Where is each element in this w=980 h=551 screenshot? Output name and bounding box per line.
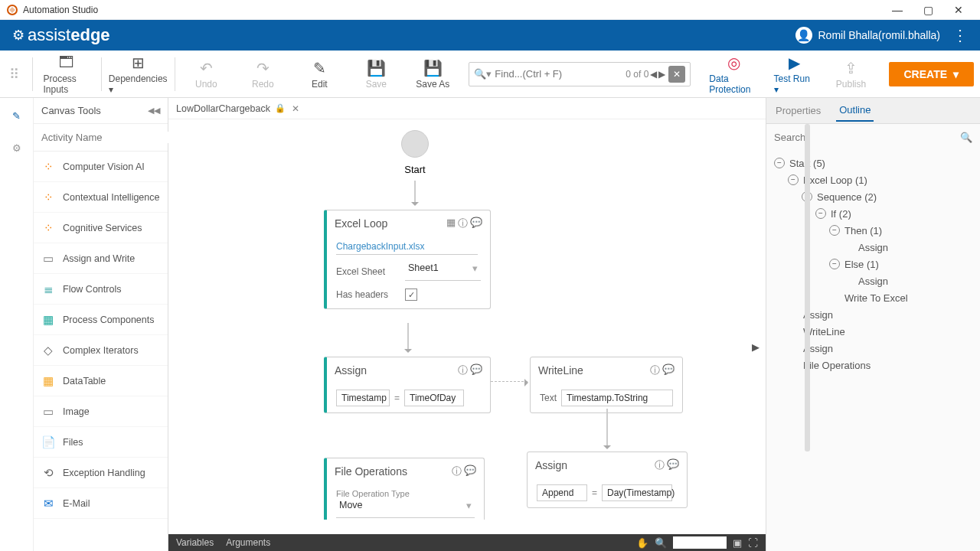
assign-node-1[interactable]: Assign ⓘ💬 Timestamp = TimeOfDay (324, 357, 491, 413)
close-window-button[interactable]: ✕ (943, 0, 974, 20)
rail-settings-icon[interactable]: ⚙ (7, 138, 27, 158)
find-input[interactable] (495, 68, 626, 80)
undo-button[interactable]: ↶ Undo (179, 56, 233, 93)
zoom-input[interactable] (673, 536, 727, 549)
tree-row[interactable]: Assign (769, 340, 977, 357)
maximize-button[interactable]: ▢ (913, 0, 943, 20)
file-operations-node[interactable]: File Operations ⓘ💬 File Operation Type M… (324, 458, 485, 520)
publish-button[interactable]: ⇪ Publish (825, 56, 878, 93)
canvas-tool-item[interactable]: ◇Complex Iterators (34, 335, 168, 366)
tree-row[interactable]: Assign (769, 239, 977, 256)
outline-search-input[interactable] (774, 132, 960, 143)
comment-icon[interactable]: 💬 (470, 364, 482, 377)
collapse-panel-icon[interactable]: ◀◀ (148, 106, 160, 116)
apps-grid-icon[interactable]: ⠿ (6, 66, 23, 83)
workflow-tab[interactable]: LowDollarChargeback 🔒 ✕ (176, 103, 299, 114)
assign2-left-field[interactable]: Append (537, 484, 587, 501)
tab-properties[interactable]: Properties (773, 100, 824, 121)
tree-row[interactable]: −If (2) (769, 205, 977, 222)
canvas-tool-item[interactable]: ⁘Cognitive Services (34, 213, 168, 243)
info-icon[interactable]: ⓘ (452, 465, 462, 478)
process-inputs-button[interactable]: 🗔 Process Inputs (38, 51, 97, 98)
user-info[interactable]: 👤 Romil Bhalla(romil.bhalla) (795, 27, 941, 44)
fileop-type-select[interactable]: Move▾ (336, 500, 475, 518)
tree-collapse-icon[interactable]: − (774, 158, 785, 168)
minimize-button[interactable]: — (882, 0, 913, 20)
pan-icon[interactable]: ✋ (636, 537, 648, 549)
canvas-tool-item[interactable]: ≣Flow Controls (34, 274, 168, 305)
scrollbar[interactable] (805, 124, 810, 452)
info-icon[interactable]: ⓘ (458, 217, 468, 230)
tree-row[interactable]: −Start (5) (769, 155, 977, 171)
canvas[interactable]: Start Excel Loop ▦ⓘ💬 ChargebackInput.xls… (168, 119, 766, 551)
rail-edit-icon[interactable]: ✎ (7, 106, 27, 126)
canvas-tool-item[interactable]: ⁘Computer Vision AI (34, 152, 168, 182)
assign-left-field[interactable]: Timestamp (336, 390, 390, 406)
canvas-tool-item[interactable]: ▦DataTable (34, 366, 168, 396)
comment-icon[interactable]: 💬 (667, 458, 679, 472)
tree-row[interactable]: WriteLine (769, 323, 977, 340)
expand-panel-icon[interactable]: ▶ (752, 341, 760, 353)
info-icon[interactable]: ⓘ (650, 364, 660, 377)
tree-collapse-icon[interactable]: − (829, 259, 840, 269)
writeline-text-field[interactable]: Timestamp.ToString (561, 390, 673, 406)
canvas-tool-item[interactable]: 📄Files (34, 427, 168, 458)
save-button[interactable]: 💾 Save (349, 56, 403, 93)
search-prev-icon[interactable]: ◀ (650, 69, 657, 80)
arguments-tab[interactable]: Arguments (226, 537, 270, 548)
assign-node-2[interactable]: Assign ⓘ💬 Append = Day(Timestamp) (527, 452, 688, 508)
variables-tab[interactable]: Variables (176, 537, 214, 548)
start-node[interactable]: Start (390, 130, 439, 175)
tree-row[interactable]: File Operations (769, 357, 977, 373)
has-headers-checkbox[interactable]: ✓ (405, 289, 417, 301)
tool-icon: ◇ (41, 344, 55, 357)
info-icon[interactable]: ⓘ (655, 458, 665, 472)
tab-outline[interactable]: Outline (836, 99, 874, 122)
tab-close-icon[interactable]: ✕ (292, 103, 299, 114)
canvas-tool-item[interactable]: ✉E-Mail (34, 488, 168, 519)
edit-button[interactable]: ✎ Edit (292, 56, 346, 93)
tree-row[interactable]: −Sequence (2) (769, 188, 977, 205)
canvas-tool-item[interactable]: ▦Process Components (34, 305, 168, 335)
find-box[interactable]: 🔍▾ 0 of 0 ◀ ▶ ✕ (469, 62, 691, 86)
tree-label: Sequence (2) (817, 191, 877, 203)
comment-icon[interactable]: 💬 (470, 217, 482, 230)
comment-icon[interactable]: 💬 (662, 364, 675, 377)
tree-collapse-icon[interactable]: − (788, 174, 799, 185)
canvas-tool-item[interactable]: ▭Image (34, 396, 168, 427)
fullscreen-icon[interactable]: ⛶ (748, 537, 758, 549)
tree-row[interactable]: Assign (769, 306, 977, 323)
redo-button[interactable]: ↷ Redo (236, 56, 289, 93)
tree-row[interactable]: Write To Excel (769, 289, 977, 306)
tree-collapse-icon[interactable]: − (815, 208, 826, 219)
canvas-tool-item[interactable]: ⁘Contextual Intelligence (34, 182, 168, 213)
create-button[interactable]: CREATE▾ (889, 62, 975, 86)
excel-file-link[interactable]: ChargebackInput.xlsx (336, 241, 478, 255)
canvas-tool-item[interactable]: ▭Assign and Write (34, 243, 168, 274)
dependencies-button[interactable]: ⊞ Dependencies ▾ (106, 51, 170, 98)
grid-icon[interactable]: ▦ (446, 217, 456, 230)
search-next-icon[interactable]: ▶ (658, 69, 665, 80)
canvas-tool-item[interactable]: ⟲Exception Handling (34, 458, 168, 488)
save-as-button[interactable]: 💾 Save As (406, 56, 459, 93)
data-protection-button[interactable]: ◎ Data Protection (703, 51, 764, 98)
assign2-right-field[interactable]: Day(Timestamp) (602, 484, 672, 501)
activity-search-input[interactable] (41, 132, 170, 143)
writeline-node[interactable]: WriteLine ⓘ💬 Text Timestamp.ToString (530, 357, 683, 413)
kebab-menu-icon[interactable]: ⋮ (952, 26, 968, 44)
tree-collapse-icon[interactable]: − (829, 225, 840, 236)
test-run-button[interactable]: ▶ Test Run ▾ (768, 51, 822, 98)
tool-label: Files (63, 437, 83, 448)
assign-right-field[interactable]: TimeOfDay (404, 390, 464, 406)
tree-row[interactable]: −Excel Loop (1) (769, 171, 977, 188)
info-icon[interactable]: ⓘ (458, 364, 468, 377)
tree-row[interactable]: Assign (769, 272, 977, 289)
zoom-icon[interactable]: 🔍 (655, 537, 667, 549)
excel-loop-node[interactable]: Excel Loop ▦ⓘ💬 ChargebackInput.xlsx Exce… (324, 210, 491, 309)
tree-row[interactable]: −Else (1) (769, 256, 977, 272)
search-close-icon[interactable]: ✕ (668, 66, 685, 83)
fit-icon[interactable]: ▣ (733, 537, 742, 549)
sheet-select[interactable]: Sheet1 ▾ (405, 262, 481, 281)
tree-row[interactable]: −Then (1) (769, 222, 977, 239)
comment-icon[interactable]: 💬 (464, 465, 476, 478)
